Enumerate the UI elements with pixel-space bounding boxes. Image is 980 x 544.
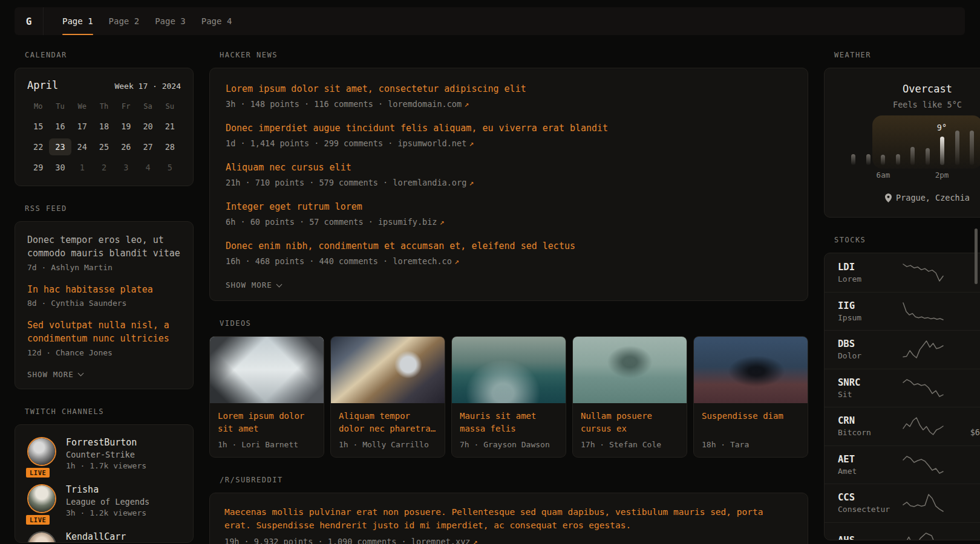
calendar-day-selected[interactable]: 23 [49,138,71,155]
hn-item: Donec enim nibh, condimentum et accumsan… [226,240,792,266]
hn-show-more-label: SHOW MORE [226,280,272,290]
hn-show-more-button[interactable]: SHOW MORE [226,280,281,290]
stock-id: IIG Ipsum [838,300,898,322]
twitch-channel-row[interactable]: LIVE Trisha League of Legends 3h · 1.2k … [27,484,181,522]
stock-sparkline [901,416,945,436]
stock-values: +0.92% $499.72 [948,454,980,475]
subreddit-post-meta: 19h · 9,932 points · 1,090 comments · lo… [224,537,793,544]
video-card[interactable]: Nullam posuere cursus ex 17h · Stefan Co… [572,336,687,458]
rss-item-title[interactable]: In hac habitasse platea [27,283,181,297]
video-meta: 1h · Molly Carrillo [339,440,437,449]
calendar-day[interactable]: 16 [49,118,71,135]
calendar-day[interactable]: 21 [159,118,181,135]
rss-item-title[interactable]: Sed volutpat nulla nisl, a condimentum n… [27,319,181,346]
hn-item: Donec imperdiet augue tincidunt felis al… [226,122,792,148]
chevron-down-icon [77,371,83,377]
hn-item-title[interactable]: Integer eget rutrum lorem [226,201,792,213]
twitch-channel-row[interactable]: KendallCarr [27,531,181,543]
tab-page-4[interactable]: Page 4 [194,7,240,35]
video-title: Nullam posuere cursus ex [581,410,679,435]
weather-bar [866,154,871,165]
weekday-label: Su [159,100,181,114]
weather-bars [851,129,980,165]
stock-sparkline [901,378,945,398]
calendar-day[interactable]: 29 [27,159,49,176]
weekday-label: Tu [49,100,71,114]
twitch-channel-game: Counter-Strike [66,450,146,459]
videos-section: VIDEOS Lorem ipsum dolor sit amet consec… [209,319,808,458]
calendar-day[interactable]: 22 [27,138,49,155]
stock-price: $165.84 [948,504,980,514]
center-column: HACKER NEWS Lorem ipsum dolor sit amet, … [209,51,808,544]
calendar-day[interactable]: 19 [115,118,137,135]
stock-ticker: IIG [838,300,898,311]
videos-row: Lorem ipsum dolor sit amet consectetu… 1… [209,336,808,458]
stock-row[interactable]: IIG Ipsum +2.84% $42.04 [825,292,980,331]
subreddit-post-title[interactable]: Maecenas mollis pulvinar erat non posuer… [224,505,793,533]
hn-item-title[interactable]: Lorem ipsum dolor sit amet, consectetur … [226,83,792,96]
stock-row[interactable]: DBS Dolor +1.42% $156.28 [825,330,980,369]
calendar-day[interactable]: 15 [27,118,49,135]
weekday-label: Mo [27,100,49,114]
rss-item-title[interactable]: Donec tempor eros leo, ut commodo mauris… [27,234,181,261]
calendar-day[interactable]: 27 [137,138,158,155]
hn-item-title[interactable]: Aliquam nec cursus elit [226,161,792,174]
hn-item-meta-text: 21h · 710 points · 579 comments · loreml… [226,178,466,187]
calendar-day[interactable]: 25 [93,138,115,155]
stock-sparkline [901,455,945,475]
video-card[interactable]: Suspendisse diam 18h · Tara [693,336,808,458]
hacker-news-card: Lorem ipsum dolor sit amet, consectetur … [209,68,808,301]
stock-price: $499.72 [948,465,980,475]
stock-row[interactable]: CRN Bitcorn -1.00% $66,171.48 [825,407,980,445]
calendar-day[interactable]: 26 [115,138,137,155]
calendar-day[interactable]: 18 [93,118,115,135]
rss-item: Donec tempor eros leo, ut commodo mauris… [27,234,181,272]
scrollbar-thumb[interactable] [975,228,978,284]
stock-name: Consectetur [838,505,898,514]
video-card[interactable]: Aliquam tempor dolor nec pharetra… 1h · … [330,336,445,458]
rss-show-more-button[interactable]: SHOW MORE [27,370,83,379]
location-pin-icon [885,193,892,202]
calendar-day-next-month[interactable]: 1 [71,159,93,176]
calendar-day-next-month[interactable]: 3 [115,159,137,176]
stock-row[interactable]: LDI Lorem +4.35% $795.18 [825,253,980,292]
stock-row[interactable]: SNRC Sit +1.36% $148.64 [825,369,980,407]
weather-bar [955,131,959,165]
calendar-day[interactable]: 17 [71,118,93,135]
stock-row[interactable]: AHS +0.46% [825,522,980,541]
tab-page-3[interactable]: Page 3 [147,7,194,35]
calendar-grid: Mo Tu We Th Fr Sa Su 15 16 17 18 19 20 2… [27,100,181,176]
calendar-day[interactable]: 24 [71,138,93,155]
stocks-card: LDI Lorem +4.35% $795.18 IIG Ipsum [824,253,980,540]
stock-row[interactable]: AET Amet +0.92% $499.72 [825,445,980,484]
calendar-day[interactable]: 28 [159,138,181,155]
hn-item-title[interactable]: Donec imperdiet augue tincidunt felis al… [226,122,792,135]
twitch-channel-row[interactable]: LIVE ForrestBurton Counter-Strike 1h · 1… [27,437,181,474]
video-card[interactable]: Mauris sit amet massa felis 7h · Grayson… [451,336,566,458]
calendar-day-next-month[interactable]: 5 [159,159,181,176]
stock-change: +1.36% [948,377,980,387]
stock-name: Ipsum [838,313,898,322]
stock-id: CRN Bitcorn [838,415,898,437]
stock-change: +2.84% [948,300,980,310]
weather-feels-like: Feels like 5°C [825,100,980,109]
stock-sparkline [901,493,945,513]
twitch-channel-info: KendallCarr [66,531,126,543]
video-body: Aliquam tempor dolor nec pharetra… 1h · … [331,403,445,457]
hn-item-meta: 6h · 60 points · 57 comments · ipsumify.… [226,217,792,227]
app-logo[interactable]: G [15,7,44,35]
calendar-day-next-month[interactable]: 4 [137,159,158,176]
tab-page-2[interactable]: Page 2 [101,7,148,35]
video-card[interactable]: Lorem ipsum dolor sit amet consectetu… 1… [209,336,324,458]
stock-sparkline [901,262,945,283]
tab-page-1[interactable]: Page 1 [54,7,101,35]
calendar-day[interactable]: 20 [137,118,158,135]
weather-bar [910,147,915,165]
stock-price: $66,171.48 [948,427,980,437]
calendar-day[interactable]: 30 [49,159,71,176]
calendar-day-next-month[interactable]: 2 [93,159,115,176]
stock-row[interactable]: CCS Consectetur +0.51% $165.84 [825,484,980,522]
weather-bar [851,154,855,165]
stock-sparkline [901,339,945,360]
hn-item-title[interactable]: Donec enim nibh, condimentum et accumsan… [226,240,792,253]
